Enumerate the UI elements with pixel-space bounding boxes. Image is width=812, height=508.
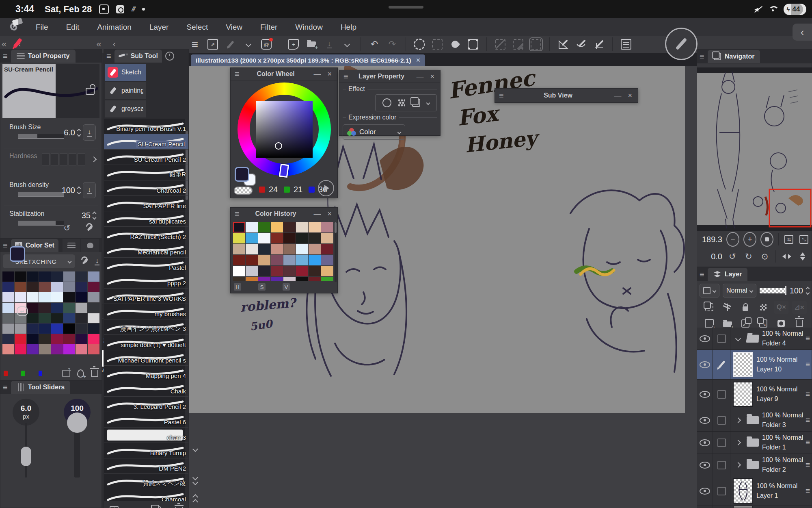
history-swatch[interactable] — [283, 266, 296, 276]
history-swatch[interactable] — [321, 233, 333, 243]
tab-tool-sliders[interactable]: Tool Sliders — [11, 381, 70, 394]
color-swatch[interactable] — [2, 303, 14, 313]
add-color-icon[interactable] — [77, 368, 84, 379]
rotate-cw-icon[interactable]: ↻ — [743, 250, 755, 263]
setting-slider[interactable] — [18, 192, 64, 197]
setting-slider[interactable] — [18, 221, 64, 226]
panel-menu-icon[interactable]: ≡ — [499, 91, 504, 100]
color-swatch[interactable] — [76, 344, 87, 354]
minimize-icon[interactable]: — — [312, 210, 322, 218]
quick-color-swatch[interactable] — [39, 371, 43, 376]
history-swatch[interactable] — [246, 233, 258, 243]
color-swatch[interactable] — [27, 313, 39, 323]
history-swatch[interactable] — [283, 233, 296, 243]
menu-edit[interactable]: Edit — [66, 23, 80, 32]
color-swatch[interactable] — [63, 271, 75, 282]
color-swatch[interactable] — [15, 292, 26, 302]
color-mode-toggle-button[interactable] — [318, 180, 334, 196]
color-swatch[interactable] — [27, 334, 39, 344]
opacity-knob[interactable] — [67, 412, 87, 433]
history-swatch[interactable] — [246, 277, 258, 281]
reset-rotation-icon[interactable]: ⊙ — [759, 250, 771, 263]
color-swatch[interactable] — [51, 313, 63, 323]
layer-thumbnail[interactable] — [733, 478, 753, 504]
color-swatch[interactable] — [51, 303, 63, 313]
history-swatch[interactable] — [309, 222, 321, 232]
setting-download-button[interactable]: ↓ — [83, 182, 96, 198]
clip-studio-app-icon[interactable]: @ — [260, 38, 272, 50]
color-swatch[interactable] — [63, 334, 75, 344]
subtool-group-sketch[interactable]: Sketch — [105, 64, 146, 81]
redo-icon[interactable]: ↷ — [386, 38, 398, 50]
brush-item[interactable]: Chalk — [104, 381, 188, 397]
eye-icon[interactable] — [700, 488, 710, 495]
minimize-icon[interactable]: — — [312, 70, 322, 78]
history-swatch[interactable] — [258, 233, 270, 243]
reset-tool-icon[interactable]: ↺ — [61, 222, 73, 234]
history-swatch[interactable] — [233, 244, 245, 254]
tab-color-mixing[interactable] — [81, 239, 99, 252]
panel-menu-icon[interactable]: ≡ — [235, 210, 240, 218]
brush-item[interactable]: DM PEN2 — [104, 458, 188, 474]
select-cell[interactable] — [713, 506, 730, 508]
lock-transparent-pixels-icon[interactable] — [756, 301, 771, 314]
setting-slider[interactable] — [18, 134, 64, 139]
tab-tool-property[interactable]: Tool Property — [11, 50, 76, 63]
panel-menu-icon[interactable]: ≡ — [3, 241, 8, 250]
clipping-mask-icon[interactable] — [702, 301, 717, 314]
checkbox-icon[interactable] — [717, 416, 726, 425]
color-swatch[interactable] — [63, 313, 75, 323]
setting-stepper[interactable] — [78, 129, 80, 136]
brush-item[interactable]: RAZ thick (Sketch) 2 — [104, 227, 188, 242]
tone-effect-icon[interactable] — [398, 99, 405, 106]
subtool-group-greyscal[interactable]: greyscal — [105, 100, 146, 117]
history-swatch[interactable] — [309, 255, 321, 265]
visibility-cell[interactable] — [697, 506, 713, 508]
color-swatch[interactable] — [39, 271, 51, 282]
transform-icon[interactable] — [467, 38, 479, 50]
history-swatch[interactable] — [233, 277, 245, 281]
history-swatch[interactable] — [233, 233, 245, 243]
folder-collapsed-icon[interactable] — [735, 462, 741, 468]
layer-drag-handle[interactable]: ≡ — [806, 334, 810, 343]
saturation-value-square[interactable] — [256, 101, 313, 158]
history-swatch[interactable] — [271, 233, 283, 243]
color-swatch[interactable] — [27, 271, 39, 282]
quick-color-swatch[interactable] — [4, 371, 8, 376]
eye-icon[interactable] — [700, 335, 710, 342]
color-swatch[interactable] — [88, 303, 99, 313]
hsv-button-s[interactable]: S — [258, 283, 266, 291]
brush-item[interactable]: Pastel 6 — [104, 412, 188, 428]
layer-row-layer-9[interactable]: 100 % NormalLayer 9≡ — [697, 380, 812, 409]
close-icon[interactable]: × — [626, 91, 634, 100]
history-swatch[interactable] — [271, 266, 283, 276]
layer-thumbnail[interactable] — [733, 382, 753, 407]
deselect-icon[interactable] — [431, 38, 443, 50]
history-icon[interactable] — [165, 52, 174, 61]
save-icon[interactable]: ↓ — [323, 38, 335, 50]
expand-all-icon[interactable] — [193, 495, 197, 504]
snap-to-grid-icon[interactable] — [593, 38, 605, 50]
panel-menu-icon[interactable]: ≡ — [3, 52, 8, 60]
select-cell[interactable] — [713, 409, 730, 431]
selection-border-icon[interactable] — [530, 38, 542, 50]
brush-item[interactable]: SAI PAPER line — [104, 196, 188, 211]
select-cell[interactable] — [713, 380, 730, 409]
delete-color-icon[interactable] — [91, 368, 98, 379]
layer-row-folder-4[interactable]: 100 % NormalFolder 4≡ — [697, 328, 812, 350]
layer-drag-handle[interactable]: ≡ — [806, 416, 810, 425]
collapse-left-panel-icon[interactable]: « — [2, 39, 6, 50]
brush-item[interactable]: Mapping pen 4 — [104, 366, 188, 381]
history-swatch[interactable] — [283, 244, 296, 254]
brush-item[interactable]: SAI PAPER line 3 WORKS — [104, 289, 188, 304]
select-cell[interactable] — [713, 432, 730, 454]
checkbox-icon[interactable] — [717, 439, 726, 447]
layer-thumbnail[interactable] — [733, 352, 753, 377]
menu-file[interactable]: File — [36, 23, 48, 32]
wrench-icon[interactable] — [84, 222, 96, 234]
brush-item[interactable]: Binary Turnip — [104, 443, 188, 458]
menu-animation[interactable]: Animation — [97, 23, 132, 32]
color-swatch[interactable] — [88, 282, 99, 292]
history-swatch[interactable] — [296, 233, 308, 243]
sv-marker[interactable] — [275, 142, 282, 150]
